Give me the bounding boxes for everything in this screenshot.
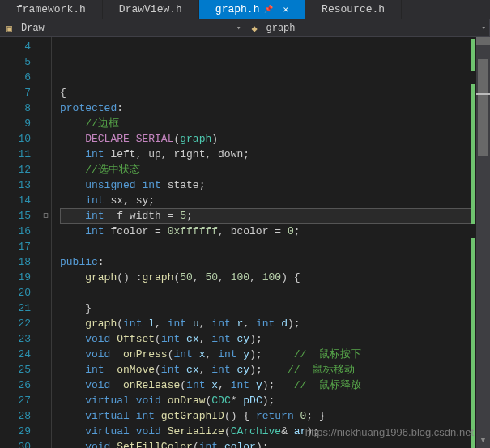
change-marker xyxy=(471,238,475,448)
tab-label: graph.h xyxy=(215,3,260,15)
code-area[interactable]: {protected: //边框 DECLARE_SERIAL(graph) i… xyxy=(52,37,490,448)
fold-column[interactable]: ⊟ xyxy=(40,37,52,448)
pin-icon[interactable]: 📌 xyxy=(264,5,273,14)
line-number: 5 xyxy=(0,54,31,70)
fold-cell[interactable] xyxy=(40,224,51,239)
code-line[interactable]: void SetFillColor(int color); xyxy=(60,439,490,448)
fold-cell[interactable] xyxy=(40,301,51,316)
fold-cell[interactable] xyxy=(40,162,51,177)
code-line[interactable]: void onPress(int x, int y); // 鼠标按下 xyxy=(60,347,490,362)
file-tab[interactable]: Resource.h xyxy=(305,0,402,19)
watermark-text: https://nickhuang1996.blog.csdn.net xyxy=(305,426,474,438)
fold-cell[interactable] xyxy=(40,70,51,85)
line-number: 15 xyxy=(0,208,31,224)
line-number: 8 xyxy=(0,100,31,116)
code-line[interactable]: virtual void onDraw(CDC* pDC); xyxy=(60,393,490,408)
fold-cell[interactable] xyxy=(40,285,51,301)
fold-cell[interactable] xyxy=(40,85,51,100)
fold-cell[interactable] xyxy=(40,408,51,424)
line-number: 19 xyxy=(0,270,31,285)
code-line[interactable]: int onMove(int cx, int cy); // 鼠标移动 xyxy=(60,362,490,378)
fold-cell[interactable] xyxy=(40,147,51,162)
fold-cell[interactable] xyxy=(40,116,51,131)
fold-cell[interactable] xyxy=(40,193,51,208)
code-line[interactable]: unsigned int state; xyxy=(60,177,490,193)
code-line[interactable]: graph() :graph(50, 50, 100, 100) { xyxy=(60,270,490,285)
fold-cell[interactable] xyxy=(40,316,51,331)
scroll-down-icon[interactable]: ▼ xyxy=(476,434,490,448)
code-line[interactable]: { xyxy=(60,85,490,100)
fold-cell[interactable] xyxy=(40,362,51,378)
line-number: 22 xyxy=(0,316,31,331)
line-number: 6 xyxy=(0,70,31,85)
file-tab[interactable]: framework.h xyxy=(0,0,103,19)
nav-member-label: graph xyxy=(266,23,296,34)
code-line[interactable]: void Offset(int cx, int cy); xyxy=(60,331,490,347)
code-line[interactable]: graph(int l, int u, int r, int d); xyxy=(60,316,490,331)
line-number: 26 xyxy=(0,378,31,393)
vertical-scrollbar[interactable]: ▲ ▼ xyxy=(476,37,490,448)
fold-cell[interactable] xyxy=(40,393,51,408)
file-tab[interactable]: DrawView.h xyxy=(103,0,199,19)
code-line[interactable]: //选中状态 xyxy=(60,162,490,177)
line-number: 9 xyxy=(0,116,31,131)
line-number: 25 xyxy=(0,362,31,378)
line-number: 20 xyxy=(0,285,31,301)
fold-cell[interactable] xyxy=(40,270,51,285)
tab-label: DrawView.h xyxy=(119,3,182,15)
code-line[interactable]: //边框 xyxy=(60,116,490,131)
fold-cell[interactable] xyxy=(40,378,51,393)
nav-scope-combo[interactable]: ▣ Draw ▾ xyxy=(0,19,245,36)
fold-cell[interactable] xyxy=(40,439,51,448)
line-number: 7 xyxy=(0,85,31,100)
fold-cell[interactable] xyxy=(40,254,51,270)
line-number: 17 xyxy=(0,239,31,254)
nav-member-combo[interactable]: ◆ graph ▾ xyxy=(245,19,491,36)
code-line[interactable]: DECLARE_SERIAL(graph) xyxy=(60,131,490,147)
tab-label: framework.h xyxy=(16,3,86,15)
tab-label: Resource.h xyxy=(322,3,385,15)
code-line[interactable]: int fcolor = 0xffffff, bcolor = 0; xyxy=(60,224,490,239)
code-line[interactable]: int sx, sy; xyxy=(60,193,490,208)
change-marker xyxy=(471,84,475,224)
line-number: 21 xyxy=(0,301,31,316)
project-icon: ▣ xyxy=(6,23,18,34)
fold-cell[interactable] xyxy=(40,424,51,439)
fold-cell[interactable] xyxy=(40,54,51,70)
code-line[interactable]: int left, up, right, down; xyxy=(60,147,490,162)
change-marker xyxy=(471,39,475,71)
line-number: 4 xyxy=(0,39,31,54)
close-icon[interactable]: ✕ xyxy=(283,4,288,15)
line-number: 24 xyxy=(0,347,31,362)
scrollbar-thumb[interactable] xyxy=(478,59,488,156)
file-tab[interactable]: graph.h📌✕ xyxy=(199,0,305,19)
code-line[interactable] xyxy=(60,239,490,254)
fold-cell[interactable]: ⊟ xyxy=(40,208,51,224)
line-number: 16 xyxy=(0,224,31,239)
fold-cell[interactable] xyxy=(40,100,51,116)
code-line[interactable]: protected: xyxy=(60,100,490,116)
line-number: 12 xyxy=(0,162,31,177)
change-indicator-bar xyxy=(471,37,475,448)
code-line[interactable] xyxy=(60,285,490,301)
line-number: 27 xyxy=(0,393,31,408)
code-line[interactable]: public: xyxy=(60,254,490,270)
code-line[interactable]: virtual int getGraphID() { return 0; } xyxy=(60,408,490,424)
line-number: 28 xyxy=(0,408,31,424)
scrollbar-caret-marker xyxy=(476,93,490,95)
line-number: 13 xyxy=(0,177,31,193)
fold-cell[interactable] xyxy=(40,347,51,362)
code-line[interactable]: } xyxy=(60,301,490,316)
fold-cell[interactable] xyxy=(40,331,51,347)
code-editor[interactable]: 4567891011121314151617181920212223242526… xyxy=(0,37,490,448)
code-line[interactable]: void onRelease(int x, int y); // 鼠标释放 xyxy=(60,378,490,393)
scrollbar-track[interactable] xyxy=(476,51,490,434)
code-line[interactable]: int f_width = 5; xyxy=(60,208,474,224)
fold-cell[interactable] xyxy=(40,177,51,193)
line-number-gutter: 4567891011121314151617181920212223242526… xyxy=(0,37,40,448)
fold-cell[interactable] xyxy=(40,39,51,54)
split-handle[interactable] xyxy=(476,37,490,45)
fold-cell[interactable] xyxy=(40,131,51,147)
fold-cell[interactable] xyxy=(40,239,51,254)
line-number: 30 xyxy=(0,439,31,448)
